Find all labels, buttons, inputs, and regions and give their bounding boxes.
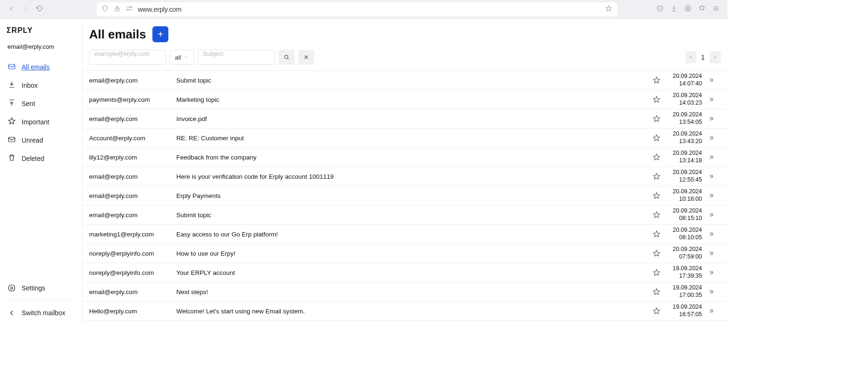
chevrons-right-icon: [708, 77, 715, 83]
email-star-button[interactable]: [649, 230, 664, 238]
email-expand-button[interactable]: [702, 115, 721, 122]
browser-back-icon[interactable]: [8, 5, 15, 14]
compose-button[interactable]: +: [152, 26, 168, 42]
email-sender: marketing1@erply.com: [89, 231, 176, 238]
email-star-button[interactable]: [649, 134, 664, 142]
email-subject: Here is your verification code for Erply…: [176, 173, 649, 180]
page-title: All emails: [89, 27, 146, 42]
svg-point-2: [127, 9, 128, 10]
email-star-button[interactable]: [649, 114, 664, 123]
email-row[interactable]: marketing1@erply.comEasy access to our G…: [83, 225, 727, 244]
star-icon: [652, 249, 661, 258]
all-icon: [8, 62, 16, 72]
email-expand-button[interactable]: [702, 231, 721, 237]
filter-search-button[interactable]: [279, 50, 294, 65]
email-expand-button[interactable]: [702, 288, 721, 295]
email-sender: lily12@erply.com: [89, 154, 176, 161]
filter-bar: example@erply.com all Subject 1: [83, 47, 727, 71]
email-sender: email@erply.com: [89, 173, 176, 180]
pocket-icon[interactable]: [656, 5, 664, 14]
email-expand-button[interactable]: [702, 96, 721, 103]
sidebar-item-unread[interactable]: Unread: [6, 131, 76, 149]
email-expand-button[interactable]: [702, 154, 721, 160]
email-expand-button[interactable]: [702, 77, 721, 83]
email-timestamp: 20.09.202412:55:45: [664, 169, 702, 183]
download-icon[interactable]: [670, 5, 678, 14]
chevrons-right-icon: [708, 308, 715, 314]
email-timestamp: 20.09.202408:15:10: [664, 207, 702, 222]
email-expand-button[interactable]: [702, 212, 721, 218]
shield-icon: [101, 5, 109, 14]
email-row[interactable]: noreply@erplyinfo.comHow to use our Erpy…: [83, 244, 727, 263]
email-row[interactable]: email@erply.comSubmit topic20.09.202408:…: [83, 205, 727, 225]
sidebar-item-important[interactable]: Important: [6, 113, 76, 131]
sidebar-item-sent[interactable]: Sent: [6, 94, 76, 113]
email-expand-button[interactable]: [702, 269, 721, 276]
email-row[interactable]: email@erply.comErply Payments20.09.20241…: [83, 186, 727, 205]
email-star-button[interactable]: [649, 288, 664, 296]
close-icon: [303, 54, 309, 61]
page-prev-button[interactable]: [685, 51, 696, 63]
email-expand-button[interactable]: [702, 173, 721, 180]
sidebar-item-settings[interactable]: Settings: [6, 280, 76, 296]
star-icon: [652, 95, 661, 104]
email-expand-button[interactable]: [702, 250, 721, 257]
svg-point-3: [685, 6, 691, 11]
sidebar-item-inbox[interactable]: Inbox: [6, 76, 76, 94]
email-row[interactable]: payments@erply.com Marketing topic20.09.…: [83, 90, 727, 109]
sidebar-item-all[interactable]: All emails: [6, 58, 76, 76]
email-row[interactable]: email@erply.comHere is your verification…: [83, 167, 727, 186]
pagination: 1: [685, 51, 721, 63]
email-star-button[interactable]: [649, 307, 664, 315]
email-expand-button[interactable]: [702, 135, 721, 141]
star-icon: [652, 172, 661, 181]
email-row[interactable]: noreply@erplyinfo.comYour ERPLY account1…: [83, 263, 727, 282]
email-row[interactable]: Hello@erply.comWelcome! Let's start usin…: [83, 302, 727, 321]
email-expand-button[interactable]: [702, 308, 721, 314]
filter-sender-input[interactable]: example@erply.com: [89, 50, 166, 65]
app-logo: ΣRPLY: [6, 26, 76, 35]
email-row[interactable]: email@erply.comSubmit topic20.09.202414:…: [83, 71, 727, 90]
bookmark-star-icon[interactable]: [605, 5, 612, 14]
email-expand-button[interactable]: [702, 192, 721, 199]
chevrons-right-icon: [708, 192, 715, 199]
chevrons-right-icon: [708, 250, 715, 257]
email-row[interactable]: email@erply.comNext steps!19.09.202417:0…: [83, 282, 727, 302]
sidebar-item-label: Inbox: [22, 82, 38, 89]
email-star-button[interactable]: [649, 95, 664, 104]
browser-forward-icon[interactable]: [22, 5, 29, 14]
email-list: email@erply.comSubmit topic20.09.202414:…: [83, 71, 727, 326]
account-icon[interactable]: [684, 5, 692, 14]
email-star-button[interactable]: [649, 249, 664, 258]
email-subject: RE: RE: Customer input: [176, 135, 649, 142]
sidebar: ΣRPLY email@erply.com All emailsInboxSen…: [0, 19, 83, 326]
email-row[interactable]: email@erply.comInvoice.pdf20.09.202413:5…: [83, 109, 727, 129]
sidebar-item-deleted[interactable]: Deleted: [6, 149, 76, 167]
star-icon: [652, 76, 661, 84]
email-star-button[interactable]: [649, 76, 664, 84]
star-icon: [652, 211, 661, 219]
email-star-button[interactable]: [649, 153, 664, 161]
email-row[interactable]: lily12@erply.comFeedback from the compan…: [83, 148, 727, 167]
sidebar-item-switch-mailbox[interactable]: Switch mailbox: [6, 304, 76, 321]
email-star-button[interactable]: [649, 211, 664, 219]
email-subject: Feedback from the company: [176, 154, 649, 161]
email-timestamp: 20.09.202414:03:23: [664, 92, 702, 106]
chevrons-right-icon: [708, 231, 715, 237]
svg-point-8: [8, 285, 15, 291]
browser-reload-icon[interactable]: [36, 5, 43, 14]
email-star-button[interactable]: [649, 268, 664, 277]
email-star-button[interactable]: [649, 191, 664, 200]
hamburger-menu-icon[interactable]: [712, 5, 720, 14]
email-row[interactable]: Account@erply.comRE: RE: Customer input2…: [83, 129, 727, 148]
email-subject: How to use our Erpy!: [176, 250, 649, 257]
extensions-icon[interactable]: [698, 5, 706, 14]
email-star-button[interactable]: [649, 172, 664, 181]
page-next-button[interactable]: [709, 51, 721, 63]
browser-url-bar[interactable]: www.erply.com: [97, 2, 617, 16]
svg-rect-0: [115, 8, 119, 11]
chevron-left-icon: [688, 55, 693, 60]
filter-subject-input[interactable]: Subject: [198, 50, 275, 65]
filter-clear-button[interactable]: [298, 50, 314, 65]
filter-type-select[interactable]: all: [170, 50, 194, 65]
